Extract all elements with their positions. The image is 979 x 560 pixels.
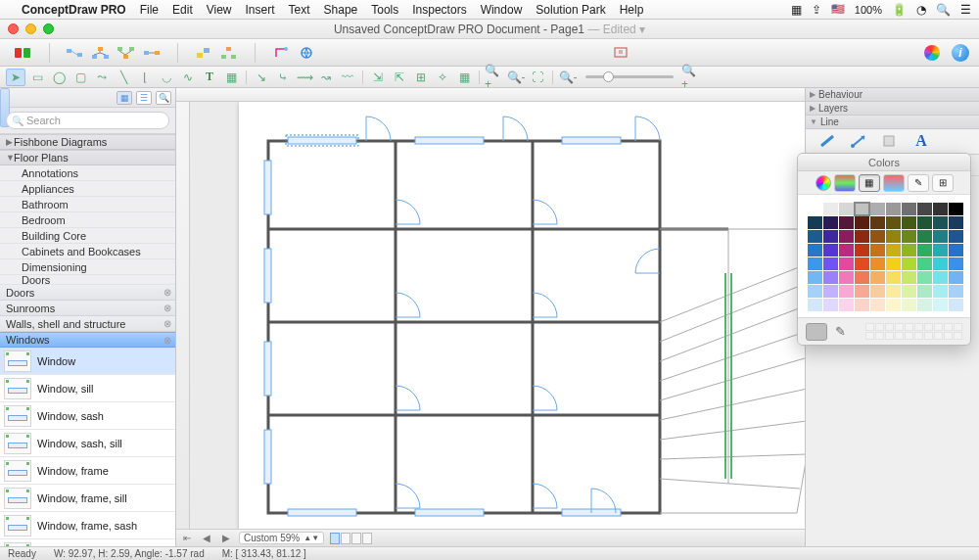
hyperlink-icon[interactable] [295,43,318,63]
color-sliders-tab-icon[interactable] [834,174,856,192]
recent-colors-grid[interactable] [865,323,962,340]
zoom-fit-icon[interactable]: ⛶ [528,69,547,86]
vertical-ruler[interactable] [176,102,190,546]
color-swatch[interactable] [870,216,885,229]
scroll-left-icon[interactable]: ◀ [200,533,213,543]
current-color-swatch[interactable] [806,323,827,341]
lib-item-appliances[interactable]: Appliances [0,181,175,197]
zoom-slider-knob[interactable] [603,71,614,82]
color-swatch[interactable] [886,299,901,311]
snap-grid-icon[interactable]: ⊞ [411,69,431,86]
ellipse-tool-icon[interactable]: ◯ [49,69,69,86]
arrange-tree-icon[interactable] [217,43,241,63]
color-swatch[interactable] [949,299,963,311]
color-swatch[interactable] [823,271,838,284]
zoom-out-icon[interactable]: 🔍- [506,69,526,86]
color-swatch[interactable] [949,203,963,215]
colors-panel[interactable]: Colors ▦ ✎ ⊞ ✎ [797,153,971,346]
color-palettes-tab-icon[interactable]: ▦ [859,174,880,192]
color-swatch[interactable] [839,203,854,215]
color-swatch[interactable] [855,216,869,229]
color-swatch[interactable] [870,244,885,257]
connector-direct-icon[interactable]: ↘ [252,69,271,86]
section-windows[interactable]: Windows [0,332,175,348]
color-swatch[interactable] [917,244,932,257]
menu-solution-park[interactable]: Solution Park [536,3,605,17]
lib-item-dimensioning[interactable]: Dimensioning [0,259,175,275]
color-swatch[interactable] [839,216,854,229]
rect-tool-icon[interactable]: ▭ [27,69,47,86]
color-wheel-icon[interactable] [920,43,944,63]
wifi-icon[interactable]: ⇪ [812,3,821,17]
clock-icon[interactable]: ◔ [916,3,926,17]
connector-round-icon[interactable]: ↝ [316,69,336,86]
shape-window-frame-sill[interactable]: Window, frame, sill [0,485,175,512]
color-swatch[interactable] [839,244,854,257]
scroll-home-icon[interactable]: ⇤ [180,533,194,543]
library-floor-plans[interactable]: ▼Floor Plans [0,150,175,165]
color-swatch[interactable] [902,299,916,311]
app-menu[interactable]: ConceptDraw PRO [22,3,126,17]
flow-icon[interactable] [140,43,163,63]
color-swatch[interactable] [902,203,916,215]
polyline-tool-icon[interactable]: ⌊ [135,69,155,86]
color-swatch[interactable] [949,244,963,257]
section-sunrooms[interactable]: Sunrooms [0,301,175,316]
color-swatch[interactable] [839,257,854,270]
color-swatch[interactable] [886,271,901,284]
color-swatch[interactable] [808,271,822,284]
zoom-display[interactable]: Custom 59%▲▼ [239,532,324,544]
color-swatch[interactable] [886,230,901,243]
color-swatch[interactable] [933,244,948,257]
color-swatch[interactable] [886,244,901,257]
drawing-page[interactable] [239,102,805,546]
color-swatch[interactable] [823,203,838,215]
shadow-tab-icon[interactable] [880,132,900,152]
color-swatch[interactable] [870,285,885,298]
view-search-icon[interactable]: 🔍 [156,91,171,105]
color-swatch[interactable] [917,285,932,298]
shape-window-frame-sash-sill[interactable]: Window, frame, sash, sill [0,539,175,546]
color-swatch[interactable] [917,203,932,215]
libraries-icon[interactable] [12,43,35,63]
color-swatch[interactable] [902,216,916,229]
shape-window-frame[interactable]: Window, frame [0,457,175,485]
color-swatch[interactable] [870,271,885,284]
menu-shape[interactable]: Shape [324,3,358,17]
line-ends-tab-icon[interactable] [849,132,868,152]
color-swatch[interactable] [870,299,885,311]
color-swatch[interactable] [870,203,885,215]
lib-item-bedroom[interactable]: Bedroom [0,212,175,228]
eyedropper-icon[interactable]: ✎ [835,324,846,339]
lib-item-doors-leaf[interactable]: Doors [0,275,175,285]
chain-link-icon[interactable] [64,43,87,63]
line-tool-icon[interactable]: ╲ [114,69,133,86]
zoom-in-icon[interactable]: 🔍+ [485,69,504,86]
line-style-tab-icon[interactable] [817,132,837,152]
spline-tool-icon[interactable]: ∿ [178,69,198,86]
list-icon[interactable]: ☰ [960,3,971,17]
org-chart-icon[interactable] [115,43,138,63]
page-thumbnails[interactable] [330,533,372,544]
color-swatch[interactable] [823,299,838,311]
view-list-icon[interactable]: ☰ [136,91,152,105]
color-swatch[interactable] [855,230,869,243]
color-swatch[interactable] [902,285,916,298]
connector-curve-icon[interactable]: 〰 [338,69,357,86]
text-style-tab-icon[interactable]: A [911,132,931,152]
color-swatch[interactable] [902,257,916,270]
color-swatch[interactable] [839,230,854,243]
text-tool-icon[interactable]: T [200,69,219,86]
zoom-minus-icon[interactable]: 🔍- [558,69,578,86]
battery-icon[interactable]: 🔋 [892,3,907,17]
settings-b-icon[interactable]: ⇱ [390,69,409,86]
color-swatch[interactable] [855,271,869,284]
color-swatch[interactable] [949,257,963,270]
menu-file[interactable]: File [140,3,159,17]
color-swatch[interactable] [808,299,822,311]
color-swatch[interactable] [933,257,948,270]
horizontal-ruler[interactable] [176,88,805,102]
color-swatch[interactable] [949,271,963,284]
color-swatch[interactable] [933,203,948,215]
lib-item-cabinets[interactable]: Cabinets and Bookcases [0,244,175,259]
